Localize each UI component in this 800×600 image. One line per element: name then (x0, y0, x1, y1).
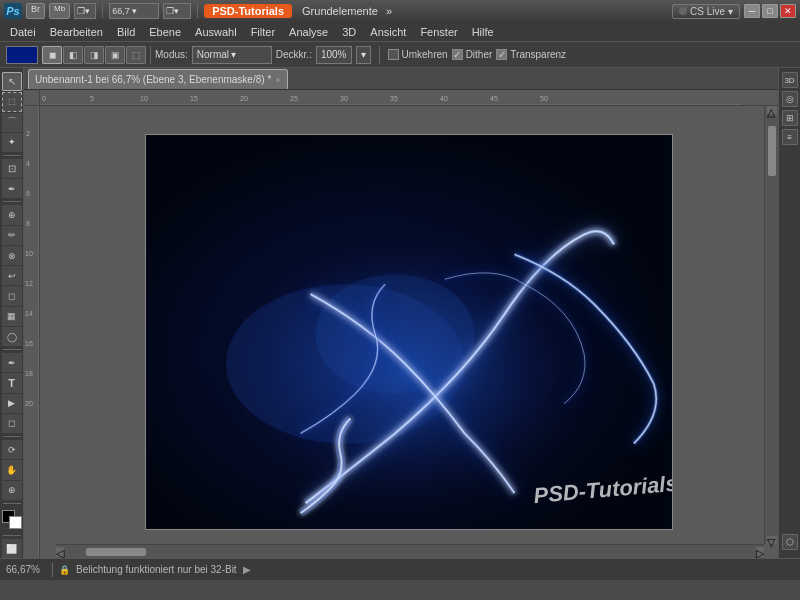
lasso-tool[interactable]: ⌒ (2, 113, 22, 132)
eraser-tool[interactable]: ◻ (2, 286, 22, 305)
pen-tool[interactable]: ✒ (2, 353, 22, 372)
hand-tool[interactable]: ✋ (2, 460, 22, 479)
channels-panel-btn[interactable]: ⊞ (782, 110, 798, 126)
left-ruler: 2 4 6 8 10 12 14 16 18 20 (24, 106, 40, 558)
mode-dropdown[interactable]: Normal ▾ (192, 46, 272, 64)
panels-toggle[interactable]: ⬡ (782, 534, 798, 550)
optionsbar: ◼ ◧ ◨ ▣ ⬚ Modus: Normal ▾ Deckkr.: 100% … (0, 42, 800, 68)
v-scrollbar[interactable]: △ ▽ (764, 106, 778, 544)
menu-fenster[interactable]: Fenster (414, 24, 463, 40)
invert-checkbox[interactable] (388, 49, 399, 60)
menu-ebene[interactable]: Ebene (143, 24, 187, 40)
menubar: Datei Bearbeiten Bild Ebene Auswahl Filt… (0, 22, 800, 42)
zoom-tool[interactable]: ⊕ (2, 481, 22, 500)
shape-tool[interactable]: ◻ (2, 414, 22, 433)
svg-text:30: 30 (340, 95, 348, 102)
v-scroll-up[interactable]: △ (767, 106, 777, 114)
more-panel-btn[interactable]: ≡ (782, 129, 798, 145)
v-scroll-track[interactable] (768, 114, 776, 536)
psd-tutorials-badge[interactable]: PSD-Tutorials (204, 4, 292, 18)
status-arrow[interactable]: ▶ (243, 564, 251, 575)
canvas-main[interactable]: PSD-Tutorials.de ◁ ▷ △ (40, 106, 778, 558)
menu-bild[interactable]: Bild (111, 24, 141, 40)
brush-mode-3[interactable]: ◨ (84, 46, 104, 64)
opacity-field[interactable]: 100% (316, 46, 352, 64)
menu-hilfe[interactable]: Hilfe (466, 24, 500, 40)
menu-analyse[interactable]: Analyse (283, 24, 334, 40)
transparency-group: ✓ Transparenz (496, 49, 566, 60)
3d-tool[interactable]: ⟳ (2, 440, 22, 459)
transparency-checkbox[interactable]: ✓ (496, 49, 507, 60)
menu-filter[interactable]: Filter (245, 24, 281, 40)
cs-live-btn[interactable]: CS Live ▾ (672, 4, 740, 19)
window-controls: ─ □ ✕ (744, 4, 796, 18)
history-tool[interactable]: ↩ (2, 266, 22, 285)
opacity-arrow[interactable]: ▾ (356, 46, 371, 64)
h-scroll-left[interactable]: ◁ (56, 547, 64, 557)
zoom-control[interactable]: 66,7 ▾ (109, 3, 159, 19)
screen-btn[interactable]: ❐▾ (163, 3, 191, 19)
opt-sep1 (150, 46, 151, 64)
h-scroll-right[interactable]: ▷ (756, 547, 764, 557)
v-scroll-thumb[interactable] (768, 126, 776, 176)
stamp-tool[interactable]: ⊗ (2, 246, 22, 265)
h-scroll-track[interactable] (64, 545, 756, 558)
background-swatch[interactable] (9, 516, 22, 529)
close-btn[interactable]: ✕ (780, 4, 796, 18)
foreground-color[interactable] (6, 46, 38, 64)
canvas-document: PSD-Tutorials.de (145, 134, 673, 530)
quick-mask[interactable]: ⬜ (2, 539, 22, 558)
document-tab[interactable]: Unbenannt-1 bei 66,7% (Ebene 3, Ebenenma… (28, 69, 288, 89)
status-sep (52, 563, 53, 577)
svg-text:4: 4 (26, 160, 30, 167)
eyedrop-tool[interactable]: ✒ (2, 179, 22, 198)
h-scroll-thumb[interactable] (86, 548, 146, 556)
h-scrollbar[interactable]: ◁ ▷ (56, 544, 764, 558)
opacity-value: 100% (321, 49, 347, 60)
heal-tool[interactable]: ⊕ (2, 205, 22, 224)
brush-mode-2[interactable]: ◧ (63, 46, 83, 64)
ruler-corner (24, 90, 40, 105)
layers-panel-btn[interactable]: ◎ (782, 91, 798, 107)
bridge-btn[interactable]: Br (26, 3, 45, 19)
brush-mode-5[interactable]: ⬚ (126, 46, 146, 64)
mode-label: Modus: (155, 49, 188, 60)
type-tool[interactable]: T (2, 373, 22, 392)
cs-live-label: CS Live (690, 6, 725, 17)
marquee-tool[interactable]: ⬚ (2, 92, 22, 111)
minimize-btn[interactable]: ─ (744, 4, 760, 18)
svg-text:16: 16 (25, 340, 33, 347)
brush-mode-1[interactable]: ◼ (42, 46, 62, 64)
move-tool[interactable]: ↖ (2, 72, 22, 91)
menu-datei[interactable]: Datei (4, 24, 42, 40)
dodge-tool[interactable]: ◯ (2, 327, 22, 346)
color-swatches[interactable] (2, 510, 22, 529)
brush-mode-4[interactable]: ▣ (105, 46, 125, 64)
more-btn[interactable]: » (386, 5, 392, 17)
crop-tool[interactable]: ⊡ (2, 159, 22, 178)
svg-text:10: 10 (140, 95, 148, 102)
menu-3d[interactable]: 3D (336, 24, 362, 40)
menu-auswahl[interactable]: Auswahl (189, 24, 243, 40)
dither-checkbox[interactable]: ✓ (452, 49, 463, 60)
sep3 (3, 349, 21, 350)
brush-tool[interactable]: ✏ (2, 226, 22, 245)
invert-label: Umkehren (402, 49, 448, 60)
arrange-btn[interactable]: ❐▾ (74, 3, 96, 19)
svg-text:18: 18 (25, 370, 33, 377)
tab-close-btn[interactable]: × (275, 75, 280, 85)
svg-text:35: 35 (390, 95, 398, 102)
svg-text:45: 45 (490, 95, 498, 102)
maximize-btn[interactable]: □ (762, 4, 778, 18)
v-scroll-down[interactable]: ▽ (767, 536, 777, 544)
sep4 (3, 436, 21, 437)
zoom-level: 66,67% (6, 564, 46, 575)
gradient-tool[interactable]: ▦ (2, 307, 22, 326)
3d-panel-btn[interactable]: 3D (782, 72, 798, 88)
menu-bearbeiten[interactable]: Bearbeiten (44, 24, 109, 40)
canvas-row: 2 4 6 8 10 12 14 16 18 20 (24, 106, 778, 558)
minibr-btn[interactable]: Mb (49, 3, 70, 19)
path-tool[interactable]: ▶ (2, 394, 22, 413)
wand-tool[interactable]: ✦ (2, 133, 22, 152)
menu-ansicht[interactable]: Ansicht (364, 24, 412, 40)
